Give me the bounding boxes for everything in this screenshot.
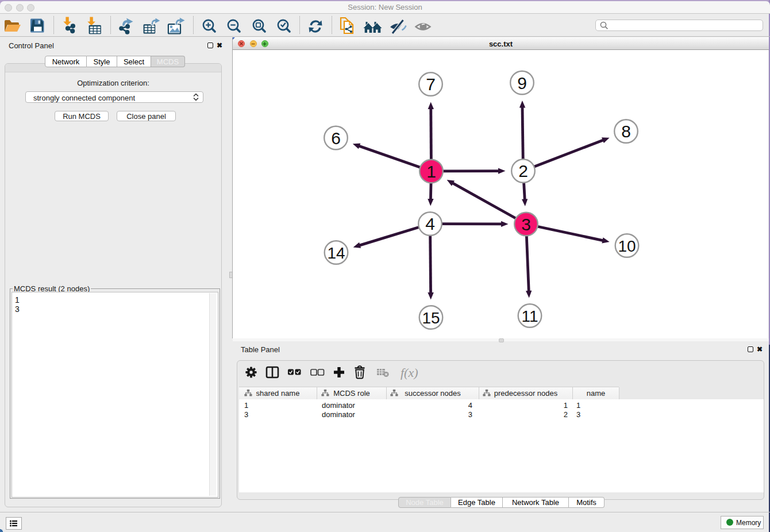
svg-text:15: 15 [422,309,440,327]
svg-text:11: 11 [521,307,538,325]
svg-text:7: 7 [426,75,436,94]
svg-text:10: 10 [618,237,636,255]
svg-text:1: 1 [426,162,436,181]
svg-text:14: 14 [327,244,345,262]
svg-text:8: 8 [621,122,631,141]
svg-text:f(x): f(x) [401,365,418,380]
svg-text:4: 4 [425,214,435,233]
svg-text:2: 2 [518,161,528,180]
svg-text:3: 3 [521,215,531,234]
svg-text:6: 6 [331,129,341,148]
svg-text:9: 9 [517,74,527,92]
